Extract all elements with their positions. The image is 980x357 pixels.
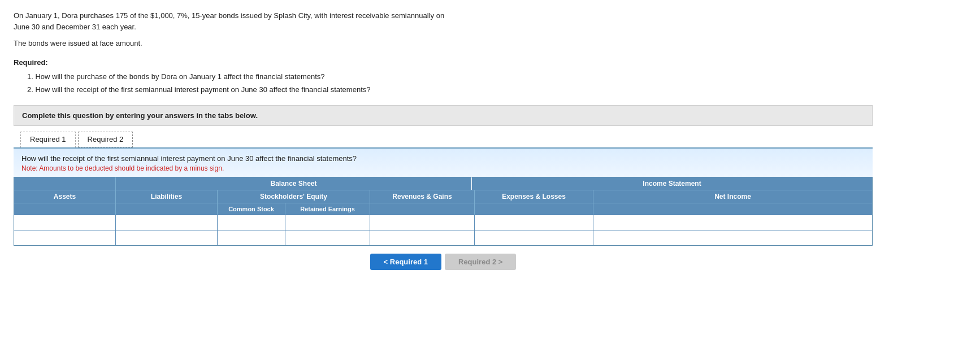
expenses-sub <box>475 203 593 215</box>
question-area: How will the receipt of the first semian… <box>14 149 873 177</box>
liabilities-header: Liabilities <box>116 190 218 203</box>
common-input-2[interactable] <box>220 232 283 244</box>
assets-cell-1 <box>14 215 116 230</box>
note-text: Note: Amounts to be deducted should be i… <box>21 164 865 172</box>
bonds-text: The bonds were issued at face amount. <box>14 38 500 49</box>
netincome-sub <box>593 203 872 215</box>
questions: 1. How will the purchase of the bonds by… <box>27 70 966 97</box>
assets-cell-2 <box>14 230 116 245</box>
netincome-cell-1 <box>593 215 872 230</box>
required-1-button[interactable]: < Required 1 <box>370 254 441 270</box>
arrow-right-icon: > <box>498 258 503 266</box>
required-2-button[interactable]: Required 2 > <box>445 254 516 270</box>
revenues-cell-1 <box>370 215 475 230</box>
retained-cell-2 <box>285 230 370 245</box>
assets-input-1[interactable] <box>16 216 113 229</box>
header-row-2: Assets Liabilities Stockholders' Equity … <box>14 190 872 203</box>
liabilities-input-2[interactable] <box>118 232 215 244</box>
revenues-input-1[interactable] <box>372 216 472 229</box>
header-row-3: Common Stock Retained Earnings <box>14 203 872 215</box>
net-income-header: Net Income <box>593 190 872 203</box>
common-cell-1 <box>218 215 285 230</box>
tab-required-1[interactable]: Required 1 <box>20 132 76 147</box>
netincome-input-1[interactable] <box>596 216 870 229</box>
netincome-cell-2 <box>593 230 872 245</box>
balance-sheet-label: Balance Sheet <box>116 177 472 190</box>
spacer-assets <box>14 177 116 190</box>
assets-header: Assets <box>14 190 116 203</box>
common-stock-header: Common Stock <box>218 203 285 215</box>
liabilities-input-1[interactable] <box>118 216 215 229</box>
common-input-1[interactable] <box>220 216 283 229</box>
req1-btn-label: Required 1 <box>390 258 428 266</box>
tabs-area: Required 1 Required 2 <box>14 126 873 149</box>
expenses-cell-2 <box>475 230 593 245</box>
retained-earnings-header: Retained Earnings <box>285 203 370 215</box>
expenses-cell-1 <box>475 215 593 230</box>
liabilities-cell-2 <box>116 230 218 245</box>
req2-btn-label: Required 2 <box>458 258 496 266</box>
header-row-1: Balance Sheet Income Statement <box>14 177 872 190</box>
table-row <box>14 230 872 245</box>
netincome-input-2[interactable] <box>596 232 870 244</box>
revenues-header: Revenues & Gains <box>370 190 475 203</box>
table-row <box>14 215 872 230</box>
stockholders-equity-header: Stockholders' Equity <box>218 190 370 203</box>
question-main: How will the receipt of the first semian… <box>21 154 865 163</box>
nav-buttons: < Required 1 Required 2 > <box>14 254 873 270</box>
common-cell-2 <box>218 230 285 245</box>
liabilities-cell-1 <box>116 215 218 230</box>
expenses-input-2[interactable] <box>477 232 591 244</box>
arrow-left-icon: < <box>384 258 388 266</box>
expenses-header: Expenses & Losses <box>475 190 593 203</box>
retained-cell-1 <box>285 215 370 230</box>
financial-table: Balance Sheet Income Statement Assets Li… <box>14 177 873 246</box>
question-2: 2. How will the receipt of the first sem… <box>27 83 966 96</box>
liabilities-sub <box>116 203 218 215</box>
revenues-cell-2 <box>370 230 475 245</box>
expenses-input-1[interactable] <box>477 216 591 229</box>
assets-input-2[interactable] <box>16 232 113 244</box>
income-statement-label: Income Statement <box>472 177 872 190</box>
intro-paragraph: On January 1, Dora purchases 175 of the … <box>14 10 500 32</box>
revenues-input-2[interactable] <box>372 232 472 244</box>
revenues-sub <box>370 203 475 215</box>
required-label: Required: <box>14 58 966 67</box>
question-1: 1. How will the purchase of the bonds by… <box>27 70 966 83</box>
assets-sub <box>14 203 116 215</box>
retained-input-1[interactable] <box>288 216 367 229</box>
complete-box: Complete this question by entering your … <box>14 105 873 126</box>
retained-input-2[interactable] <box>288 232 367 244</box>
tab-required-2[interactable]: Required 2 <box>78 132 133 147</box>
